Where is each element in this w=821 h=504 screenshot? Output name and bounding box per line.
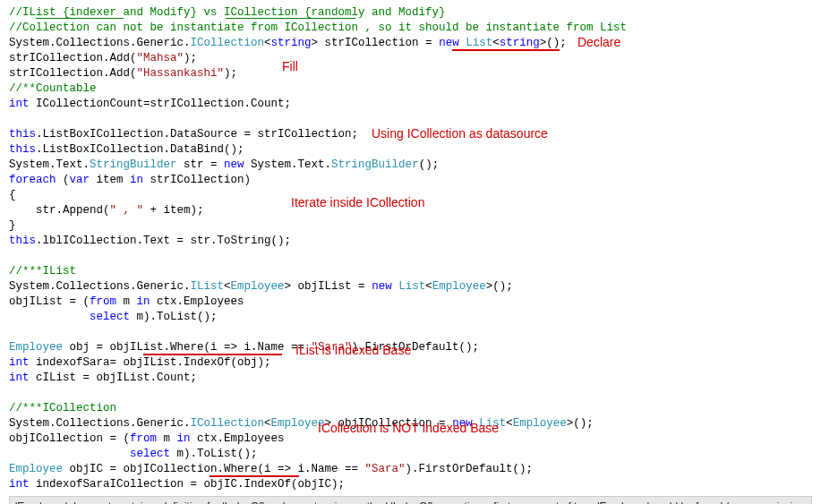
label-ilist-indexed: IList is Indexed Base — [295, 343, 411, 358]
underline-red — [143, 354, 282, 355]
label-fill: Fill — [282, 59, 298, 74]
code-line: System.Collections.Generic.ICollection<s… — [9, 36, 812, 51]
code-line: System.Collections.Generic.IList<Employe… — [9, 279, 812, 295]
code-line: Employee objIC = objICollection.Where(i … — [9, 462, 812, 477]
code-line: //**Countable — [9, 81, 812, 97]
label-iterate: Iterate inside ICollection — [291, 195, 424, 210]
code-line: this.lblICollection.Text = str.ToString(… — [9, 234, 812, 249]
code-line: select m).ToList(); — [9, 447, 812, 462]
label-icoll-not-indexed: ICollection is NOT Indexed Base — [318, 421, 499, 436]
code-line: System.Text.StringBuilder str = new Syst… — [9, 158, 812, 173]
underline-green — [226, 18, 355, 19]
code-line: foreach (var item in strICollection) — [9, 173, 812, 188]
code-line: select m).ToList(); — [9, 310, 812, 325]
code-line: objIList = (from m in ctx.Employees — [9, 295, 812, 310]
underline-red — [210, 475, 299, 477]
code-line: strICollection.Add("Hassankashi"); — [9, 66, 812, 81]
code-line: this.ListBoxICollection.DataBind(); — [9, 142, 812, 158]
code-line: //***IList — [9, 264, 812, 279]
error-tooltip: 'Employee' does not contain a definition… — [9, 496, 812, 504]
code-line: } — [9, 218, 812, 234]
code-block: Declare Fill Using ICollection as dataso… — [9, 5, 812, 492]
code-line: int indexofSaraICollection = objIC.Index… — [9, 477, 812, 492]
underline-red — [452, 49, 560, 51]
code-line: strICollection.Add("Mahsa"); — [9, 51, 812, 66]
code-line: //IList {indexer and Modify} vs ICollect… — [9, 5, 812, 21]
label-declare: Declare — [577, 35, 620, 50]
code-line: int ICollectionCount=strICollection.Coun… — [9, 97, 812, 112]
label-using-datasource: Using ICollection as datasource — [372, 126, 548, 141]
code-line: //***ICollection — [9, 401, 812, 416]
code-line: int cIList = objIList.Count; — [9, 371, 812, 386]
code-line: //Collection can not be instantiate from… — [9, 21, 812, 36]
underline-green — [36, 18, 124, 19]
